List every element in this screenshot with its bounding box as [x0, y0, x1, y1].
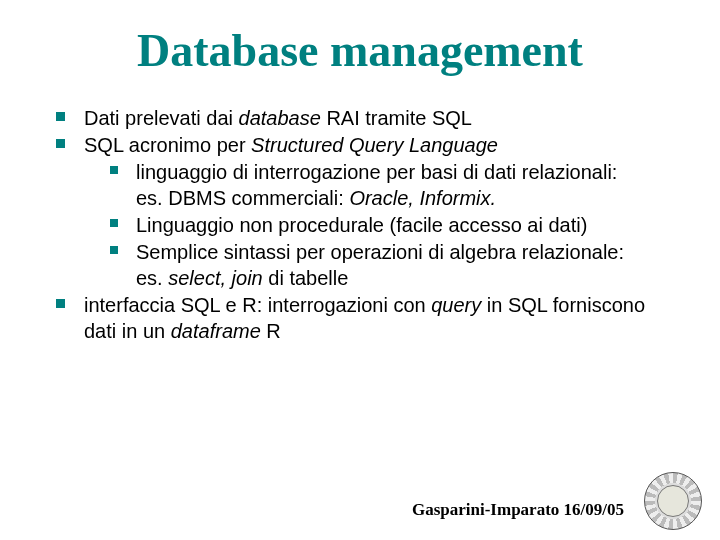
list-item: Linguaggio non procedurale (facile acces…: [110, 212, 682, 238]
text-italic: dataframe: [171, 320, 261, 342]
footer-text: Gasparini-Imparato 16/09/05: [412, 500, 624, 520]
text: linguaggio di interrogazione per basi di…: [136, 161, 617, 183]
text: Dati prelevati dai: [84, 107, 239, 129]
sub-list: linguaggio di interrogazione per basi di…: [84, 159, 682, 291]
text: di tabelle: [263, 267, 349, 289]
text: interfaccia SQL e R: interrogazioni con: [84, 294, 431, 316]
text-italic: select, join: [168, 267, 263, 289]
text-italic: query: [431, 294, 481, 316]
text-italic: Structured Query Language: [251, 134, 498, 156]
text-italic: database: [239, 107, 321, 129]
list-item: linguaggio di interrogazione per basi di…: [110, 159, 682, 211]
list-item: Dati prelevati dai database RAI tramite …: [56, 105, 682, 131]
text: Linguaggio non procedurale (facile acces…: [136, 214, 587, 236]
list-item: SQL acronimo per Structured Query Langua…: [56, 132, 682, 291]
slide-title: Database management: [30, 24, 690, 77]
list-item: Semplice sintassi per operazioni di alge…: [110, 239, 682, 291]
bullet-list: Dati prelevati dai database RAI tramite …: [30, 105, 690, 344]
list-item: interfaccia SQL e R: interrogazioni con …: [56, 292, 682, 344]
text: Semplice sintassi per operazioni di alge…: [136, 241, 624, 263]
text: SQL acronimo per: [84, 134, 251, 156]
text-italic: Oracle, Informix.: [349, 187, 496, 209]
text: es. DBMS commerciali:: [136, 187, 349, 209]
text: R: [261, 320, 281, 342]
text: es.: [136, 267, 168, 289]
institution-logo-icon: [644, 472, 702, 530]
text: RAI tramite SQL: [321, 107, 472, 129]
